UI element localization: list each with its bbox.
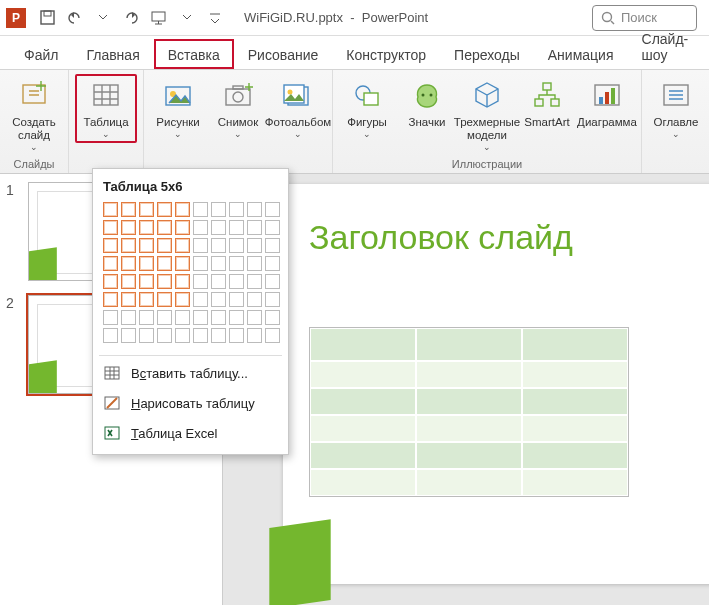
grid-cell[interactable] xyxy=(265,310,280,325)
grid-cell[interactable] xyxy=(103,274,118,289)
pictures-button[interactable]: Рисунки⌄ xyxy=(150,74,206,143)
grid-cell[interactable] xyxy=(211,310,226,325)
grid-cell[interactable] xyxy=(175,274,190,289)
grid-cell[interactable] xyxy=(157,292,172,307)
toc-button[interactable]: Оглавле⌄ xyxy=(648,74,704,143)
grid-cell[interactable] xyxy=(103,310,118,325)
grid-cell[interactable] xyxy=(139,238,154,253)
new-slide-button[interactable]: Создать слайд⌄ xyxy=(6,74,62,156)
grid-cell[interactable] xyxy=(157,202,172,217)
redo-button[interactable] xyxy=(118,5,144,31)
grid-cell[interactable] xyxy=(265,238,280,253)
grid-cell[interactable] xyxy=(229,202,244,217)
grid-cell[interactable] xyxy=(247,220,262,235)
tab-главная[interactable]: Главная xyxy=(72,39,153,69)
grid-cell[interactable] xyxy=(175,328,190,343)
table-button[interactable]: Таблица⌄ xyxy=(75,74,137,143)
grid-cell[interactable] xyxy=(139,328,154,343)
grid-cell[interactable] xyxy=(157,220,172,235)
grid-cell[interactable] xyxy=(103,202,118,217)
grid-cell[interactable] xyxy=(103,220,118,235)
grid-cell[interactable] xyxy=(247,310,262,325)
grid-cell[interactable] xyxy=(229,238,244,253)
grid-cell[interactable] xyxy=(247,238,262,253)
grid-cell[interactable] xyxy=(211,328,226,343)
tab-вставка[interactable]: Вставка xyxy=(154,39,234,69)
grid-cell[interactable] xyxy=(247,274,262,289)
tab-конструктор[interactable]: Конструктор xyxy=(332,39,440,69)
grid-cell[interactable] xyxy=(121,220,136,235)
grid-cell[interactable] xyxy=(157,238,172,253)
grid-cell[interactable] xyxy=(265,274,280,289)
tab-анимация[interactable]: Анимация xyxy=(534,39,628,69)
grid-cell[interactable] xyxy=(229,274,244,289)
grid-cell[interactable] xyxy=(247,202,262,217)
grid-cell[interactable] xyxy=(265,328,280,343)
screenshot-button[interactable]: Снимок⌄ xyxy=(210,74,266,143)
grid-cell[interactable] xyxy=(175,238,190,253)
grid-cell[interactable] xyxy=(175,310,190,325)
grid-cell[interactable] xyxy=(157,256,172,271)
grid-cell[interactable] xyxy=(139,274,154,289)
grid-cell[interactable] xyxy=(103,292,118,307)
grid-cell[interactable] xyxy=(193,274,208,289)
slideshow-dropdown[interactable] xyxy=(174,5,200,31)
photo-album-button[interactable]: Фотоальбом⌄ xyxy=(270,74,326,143)
undo-button[interactable] xyxy=(62,5,88,31)
grid-cell[interactable] xyxy=(157,310,172,325)
insert-table-menu-item[interactable]: Вставить таблицу... xyxy=(93,358,288,388)
tab-запись[interactable]: Запись xyxy=(702,39,709,69)
grid-cell[interactable] xyxy=(139,220,154,235)
grid-cell[interactable] xyxy=(121,328,136,343)
chart-button[interactable]: Диаграмма xyxy=(579,74,635,133)
grid-cell[interactable] xyxy=(175,202,190,217)
grid-cell[interactable] xyxy=(193,292,208,307)
slide-table[interactable] xyxy=(309,327,629,497)
grid-cell[interactable] xyxy=(265,202,280,217)
grid-cell[interactable] xyxy=(121,256,136,271)
draw-table-menu-item[interactable]: Нарисовать таблицу xyxy=(93,388,288,418)
shapes-button[interactable]: Фигуры⌄ xyxy=(339,74,395,143)
grid-cell[interactable] xyxy=(139,310,154,325)
grid-cell[interactable] xyxy=(103,238,118,253)
grid-cell[interactable] xyxy=(211,238,226,253)
grid-cell[interactable] xyxy=(229,310,244,325)
grid-cell[interactable] xyxy=(193,310,208,325)
grid-cell[interactable] xyxy=(211,292,226,307)
icons-button[interactable]: Значки xyxy=(399,74,455,133)
grid-cell[interactable] xyxy=(139,256,154,271)
grid-cell[interactable] xyxy=(193,238,208,253)
grid-cell[interactable] xyxy=(193,220,208,235)
grid-cell[interactable] xyxy=(265,292,280,307)
grid-cell[interactable] xyxy=(103,328,118,343)
save-button[interactable] xyxy=(34,5,60,31)
grid-cell[interactable] xyxy=(139,202,154,217)
3d-models-button[interactable]: Трехмерные модели⌄ xyxy=(459,74,515,156)
grid-cell[interactable] xyxy=(193,202,208,217)
slide[interactable]: Заголовок слайд xyxy=(283,184,709,584)
slideshow-button[interactable] xyxy=(146,5,172,31)
undo-dropdown[interactable] xyxy=(90,5,116,31)
grid-cell[interactable] xyxy=(121,238,136,253)
grid-cell[interactable] xyxy=(193,256,208,271)
grid-cell[interactable] xyxy=(193,328,208,343)
tab-переходы[interactable]: Переходы xyxy=(440,39,534,69)
grid-cell[interactable] xyxy=(247,328,262,343)
smartart-button[interactable]: SmartArt xyxy=(519,74,575,133)
grid-cell[interactable] xyxy=(229,256,244,271)
grid-cell[interactable] xyxy=(175,292,190,307)
grid-cell[interactable] xyxy=(211,256,226,271)
grid-cell[interactable] xyxy=(265,220,280,235)
grid-cell[interactable] xyxy=(121,310,136,325)
grid-cell[interactable] xyxy=(211,220,226,235)
grid-cell[interactable] xyxy=(229,292,244,307)
grid-cell[interactable] xyxy=(211,202,226,217)
grid-cell[interactable] xyxy=(121,292,136,307)
qat-more-button[interactable] xyxy=(202,5,228,31)
excel-table-menu-item[interactable]: Таблица Excel xyxy=(93,418,288,448)
grid-cell[interactable] xyxy=(175,220,190,235)
grid-cell[interactable] xyxy=(265,256,280,271)
grid-cell[interactable] xyxy=(121,202,136,217)
tab-рисование[interactable]: Рисование xyxy=(234,39,333,69)
grid-cell[interactable] xyxy=(103,256,118,271)
